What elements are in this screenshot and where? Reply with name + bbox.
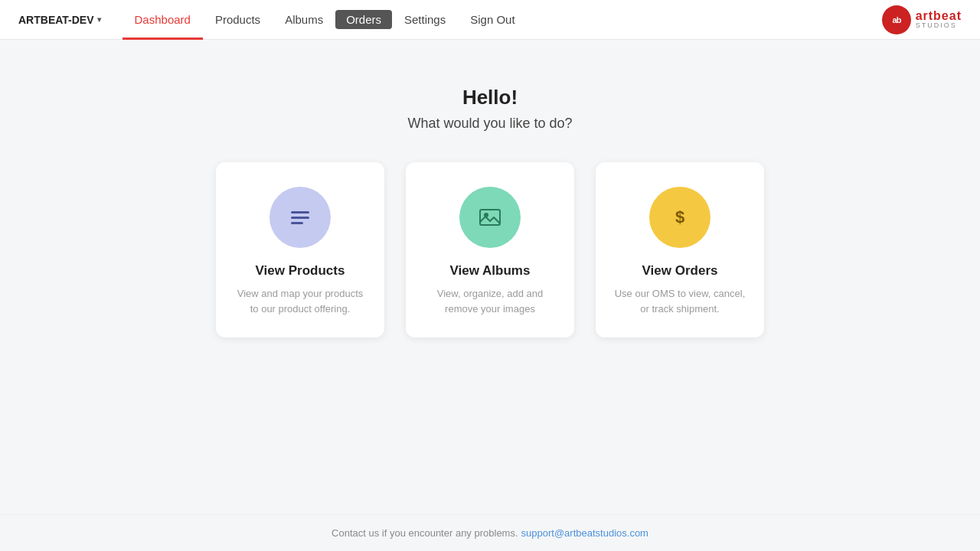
logo-circle: ab: [882, 5, 911, 34]
nav-link-products[interactable]: Products: [203, 0, 273, 40]
logo-text: artbeat STUDIOS: [916, 9, 962, 30]
footer-email-link[interactable]: support@artbeatstudios.com: [521, 527, 648, 539]
image-icon: [476, 204, 504, 231]
footer: Contact us if you encounter any problems…: [0, 514, 980, 551]
card-products-icon-circle: [270, 187, 331, 248]
greeting-subtitle: What would you like to do?: [407, 116, 572, 132]
card-orders-desc: Use our OMS to view, cancel, or track sh…: [614, 286, 746, 316]
logo-line1: artbeat: [916, 9, 962, 23]
brand-chevron-icon: ▾: [97, 15, 101, 24]
list-icon: [286, 204, 314, 231]
nav-link-settings[interactable]: Settings: [392, 0, 458, 40]
logo-line2: STUDIOS: [916, 22, 962, 30]
logo-icon: ab: [888, 11, 905, 28]
svg-rect-5: [480, 210, 500, 225]
nav-links: Dashboard Products Albums Orders Setting…: [122, 0, 882, 40]
greeting-title: Hello!: [462, 86, 518, 109]
svg-rect-3: [291, 217, 309, 219]
card-products[interactable]: View Products View and map your products…: [216, 162, 384, 337]
card-albums-icon-circle: [459, 187, 521, 248]
nav-link-albums[interactable]: Albums: [273, 0, 335, 40]
dollar-icon: $: [666, 204, 694, 231]
svg-text:$: $: [675, 207, 684, 227]
logo: ab artbeat STUDIOS: [882, 5, 962, 34]
svg-rect-4: [291, 222, 303, 224]
card-albums-title: View Albums: [450, 263, 531, 279]
card-orders[interactable]: $ View Orders Use our OMS to view, cance…: [596, 162, 764, 337]
svg-rect-2: [291, 211, 309, 214]
nav-link-signout[interactable]: Sign Out: [458, 0, 527, 40]
card-products-desc: View and map your products to our produc…: [234, 286, 366, 316]
brand-name[interactable]: ARTBEAT-DEV ▾: [18, 14, 101, 26]
card-orders-title: View Orders: [642, 263, 718, 279]
cards-container: View Products View and map your products…: [216, 162, 764, 337]
nav-link-orders[interactable]: Orders: [335, 10, 392, 29]
footer-text: Contact us if you encounter any problems…: [332, 527, 518, 539]
navbar: ARTBEAT-DEV ▾ Dashboard Products Albums …: [0, 0, 980, 40]
card-orders-icon-circle: $: [649, 187, 710, 248]
main-content: Hello! What would you like to do? View P…: [0, 40, 980, 514]
nav-link-dashboard[interactable]: Dashboard: [122, 0, 203, 40]
card-albums[interactable]: View Albums View, organize, add and remo…: [406, 162, 574, 337]
brand-label: ARTBEAT-DEV: [18, 14, 94, 26]
card-products-title: View Products: [256, 263, 345, 279]
svg-text:ab: ab: [892, 15, 901, 24]
card-albums-desc: View, organize, add and remove your imag…: [424, 286, 556, 316]
